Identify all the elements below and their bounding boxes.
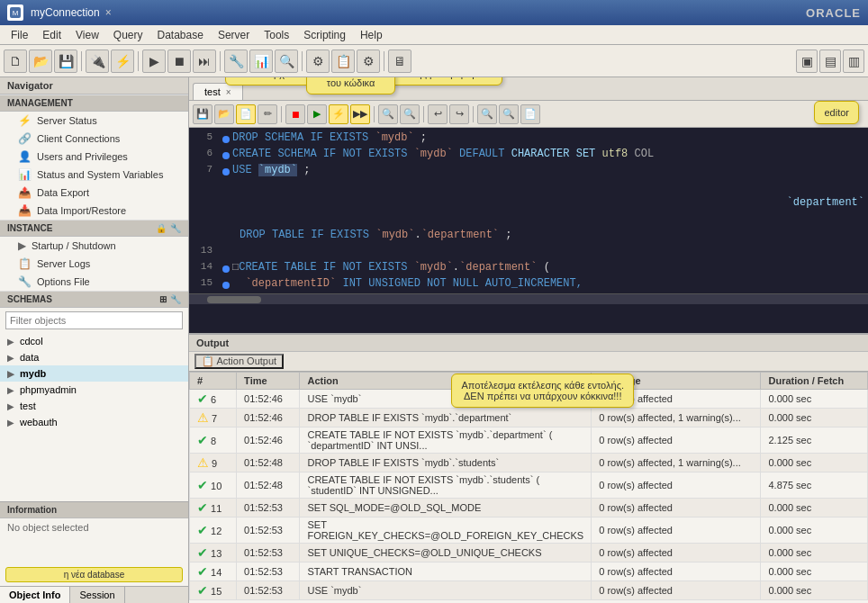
nav-users-privileges[interactable]: 👤 Users and Privileges (0, 148, 188, 166)
output-header: Output (189, 335, 868, 352)
query-redo-btn[interactable]: ↪ (449, 104, 469, 124)
toolbar-connect[interactable]: 🔌 (86, 50, 109, 73)
menu-database[interactable]: Database (150, 27, 211, 43)
query-format-btn[interactable]: 🔍 (378, 104, 398, 124)
table-row[interactable]: ⚠ 9 01:52:48 DROP TABLE IF EXISTS `mydb`… (190, 454, 868, 472)
nav-data-export[interactable]: 📤 Data Export (0, 184, 188, 202)
tooltip-load-file: φόρτωμα κώδικα από αρχείο (225, 77, 319, 86)
query-run-all-btn[interactable]: ▶▶ (350, 104, 370, 124)
tab-session[interactable]: Session (70, 587, 124, 603)
table-row[interactable]: ✔ 12 01:52:53 SET FOREIGN_KEY_CHECKS=@OL… (190, 518, 868, 544)
query-open-btn[interactable]: 📂 (214, 104, 234, 124)
menu-file[interactable]: File (4, 27, 35, 43)
query-load-btn[interactable]: 📄 (236, 104, 256, 124)
app-icon: M (7, 4, 23, 21)
schema-phpmyadmin[interactable]: ▶ phpmyadmin (0, 382, 188, 398)
editor-scrollbar-h[interactable] (189, 293, 868, 304)
schemas-refresh-icon[interactable]: 🔧 (170, 294, 181, 304)
layout-btn2[interactable]: ▤ (819, 50, 841, 73)
query-zoom-in-btn[interactable]: 🔍 (477, 104, 497, 124)
main-layout: Navigator MANAGEMENT ⚡ Server Status 🔗 C… (0, 77, 868, 603)
cell-message: 0 row(s) affected (592, 428, 761, 454)
nav-client-connections[interactable]: 🔗 Client Connections (0, 130, 188, 148)
nav-status-vars[interactable]: 📊 Status and System Variables (0, 166, 188, 184)
toolbar-save[interactable]: 💾 (54, 50, 77, 73)
schema-cdcol[interactable]: ▶ cdcol (0, 333, 188, 349)
table-row[interactable]: ✔ 15 01:52:53 USE `mydb` 0 row(s) affect… (190, 581, 868, 600)
query-tab-close[interactable]: × (226, 87, 231, 97)
schema-mydb[interactable]: ▶ mydb (0, 365, 188, 382)
table-row[interactable]: ✔ 14 01:52:53 START TRANSACTION 0 row(s)… (190, 562, 868, 581)
menu-tools[interactable]: Tools (257, 27, 296, 43)
filter-objects-input[interactable] (5, 311, 183, 329)
toolbar-btn5[interactable]: ⏭ (193, 50, 216, 73)
toolbar-settings[interactable]: ⚙ (357, 50, 380, 73)
toolbar-btn6[interactable]: 🔧 (224, 50, 248, 73)
query-zoom-out-btn[interactable]: 🔍 (499, 104, 519, 124)
cell-time: 01:52:46 (237, 409, 300, 428)
cell-action: DROP TABLE IF EXISTS `mydb`.`department` (300, 409, 592, 428)
query-run-current-btn[interactable]: ⚡ (329, 104, 348, 124)
nav-data-import[interactable]: 📥 Data Import/Restore (0, 202, 188, 220)
cell-message: 0 row(s) affected (592, 518, 761, 544)
code-line-6: 6 CREATE SCHEMA IF NOT EXISTS `mydb` DEF… (189, 148, 868, 164)
code-line-drop: DROP TABLE IF EXISTS `mydb`.`department`… (189, 229, 868, 245)
toolbar-btn9[interactable]: ⚙ (306, 50, 330, 73)
schema-data[interactable]: ▶ data (0, 349, 188, 365)
nav-options-file[interactable]: 🔧 Options File (0, 273, 188, 291)
menu-scripting[interactable]: Scripting (296, 27, 353, 43)
query-run-btn[interactable]: ▶ (307, 104, 327, 124)
menu-edit[interactable]: Edit (35, 27, 68, 43)
toolbar-btn7[interactable]: 📊 (249, 50, 273, 73)
output-action-output-btn[interactable]: 📋 Action Output (194, 354, 284, 369)
nav-startup-shutdown[interactable]: ▶ Startup / Shutdown (0, 237, 188, 255)
toolbar-btn3[interactable]: ▶ (142, 50, 166, 73)
col-hash: # (190, 373, 237, 390)
table-row[interactable]: ✔ 13 01:52:53 SET UNIQUE_CHECKS=@OLD_UNI… (190, 544, 868, 562)
schemas-expand-icon[interactable]: ⊞ (159, 294, 167, 304)
code-line-5: 5 DROP SCHEMA IF EXISTS `mydb` ; (189, 131, 868, 148)
query-edit-btn[interactable]: ✏ (258, 104, 277, 124)
table-row[interactable]: ✔ 8 01:52:46 CREATE TABLE IF NOT EXISTS … (190, 428, 868, 454)
menu-query[interactable]: Query (106, 27, 150, 43)
tab-object-info[interactable]: Object Info (0, 587, 70, 603)
toolbar-new[interactable]: 🗋 (4, 50, 27, 73)
toolbar-btn10[interactable]: 📋 (331, 50, 355, 73)
new-db-chip[interactable]: η νέα database (5, 567, 183, 582)
title-close[interactable]: × (105, 6, 112, 19)
cell-message: 0 row(s) affected, 1 warning(s)... (592, 409, 761, 428)
schema-test[interactable]: ▶ test (0, 398, 188, 414)
schema-webauth[interactable]: ▶ webauth (0, 414, 188, 430)
query-save-btn[interactable]: 💾 (193, 104, 212, 124)
toolbar-open[interactable]: 📂 (29, 50, 52, 73)
query-page-btn[interactable]: 📄 (520, 104, 540, 124)
toolbar-btn8[interactable]: 🔍 (275, 50, 298, 73)
editor-area[interactable]: 5 DROP SCHEMA IF EXISTS `mydb` ; 6 CREAT… (189, 128, 868, 333)
query-find-btn[interactable]: 🔍 (400, 104, 420, 124)
status-warn-icon: ⚠ (197, 455, 209, 470)
menu-help[interactable]: Help (353, 27, 390, 43)
query-stop-btn[interactable]: ⏹ (285, 104, 305, 124)
layout-btn3[interactable]: ▥ (843, 50, 864, 73)
menu-server[interactable]: Server (211, 27, 257, 43)
query-undo-btn[interactable]: ↩ (428, 104, 448, 124)
toolbar-btn4[interactable]: ⏹ (167, 50, 191, 73)
table-row[interactable]: ✔ 10 01:52:48 CREATE TABLE IF NOT EXISTS… (190, 472, 868, 499)
status-ok-icon: ✔ (197, 564, 208, 579)
nav-server-logs[interactable]: 📋 Server Logs (0, 255, 188, 273)
nav-server-status[interactable]: ⚡ Server Status (0, 112, 188, 130)
cell-message: 0 row(s) affected (592, 581, 761, 600)
cell-duration: 0.000 sec (761, 581, 868, 600)
nav-status-label: Status and System Variables (37, 169, 163, 180)
table-row[interactable]: ⚠ 7 01:52:46 DROP TABLE IF EXISTS `mydb`… (190, 409, 868, 428)
table-row[interactable]: ✔ 11 01:52:53 SET SQL_MODE=@OLD_SQL_MODE… (190, 499, 868, 518)
layout-btn1[interactable]: ▣ (796, 50, 818, 73)
output-toolbar: 📋 Action Output (189, 352, 868, 372)
toolbar-btn12[interactable]: 🖥 (388, 50, 411, 73)
cell-time: 01:52:53 (237, 544, 300, 562)
toolbar-disconnect[interactable]: ⚡ (111, 50, 134, 73)
cell-num: ✔ 10 (190, 472, 237, 499)
status-ok-icon: ✔ (197, 392, 208, 406)
scrollbar-thumb[interactable] (207, 296, 261, 303)
menu-view[interactable]: View (68, 27, 106, 43)
